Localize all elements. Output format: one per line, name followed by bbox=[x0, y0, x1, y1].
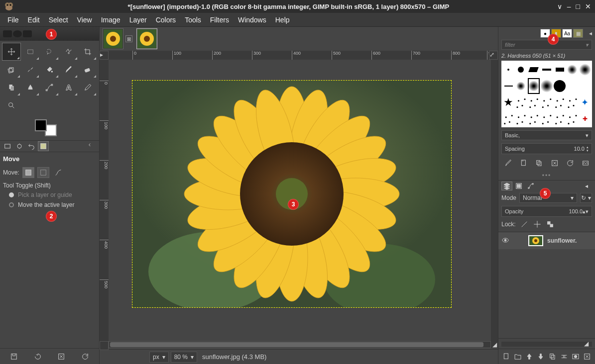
tool-paintbrush[interactable] bbox=[59, 61, 78, 79]
duplicate-layer-icon[interactable] bbox=[548, 352, 557, 361]
menu-colors[interactable]: Colors bbox=[151, 14, 180, 26]
mode-switch-icon[interactable]: ↻ ▾ bbox=[580, 193, 592, 203]
new-layer-icon[interactable] bbox=[502, 352, 511, 361]
brush-preset-dropdown[interactable]: Basic,▾ bbox=[501, 130, 592, 140]
tab-undo-history-icon[interactable] bbox=[26, 141, 37, 151]
menu-tools[interactable]: Tools bbox=[180, 14, 206, 26]
quick-mask-toggle[interactable] bbox=[100, 341, 109, 350]
radio-pick-layer[interactable]: Pick a layer or guide bbox=[3, 190, 96, 200]
tab-layers-icon[interactable] bbox=[501, 182, 512, 190]
tab-config-icon[interactable] bbox=[86, 141, 97, 151]
tool-text[interactable] bbox=[59, 79, 78, 96]
tool-bucket[interactable] bbox=[40, 61, 59, 79]
save-preset-icon[interactable] bbox=[9, 352, 19, 362]
horizontal-scrollbar[interactable] bbox=[109, 341, 491, 348]
show-menu-icon[interactable]: ∨ bbox=[557, 2, 562, 10]
dock-config-icon[interactable]: ◂ bbox=[589, 30, 592, 37]
tab-history-icon[interactable]: ▦ bbox=[573, 29, 583, 38]
tool-rect-select[interactable] bbox=[21, 43, 40, 61]
restore-preset-icon[interactable] bbox=[33, 352, 43, 362]
layer-visibility-icon[interactable] bbox=[501, 236, 510, 245]
spacing-spinner[interactable]: ▴▾ bbox=[587, 145, 589, 152]
tool-clone[interactable] bbox=[2, 79, 21, 96]
color-swatch[interactable] bbox=[0, 116, 99, 140]
image-tab-2[interactable] bbox=[136, 28, 157, 49]
raise-layer-icon[interactable] bbox=[525, 352, 534, 361]
opacity-spinner[interactable]: ▴▾ bbox=[583, 208, 589, 215]
image-tab-1-close[interactable]: ⊠ bbox=[125, 35, 132, 42]
radio-move-active[interactable]: Move the active layer bbox=[3, 200, 96, 210]
move-mode-selection[interactable] bbox=[37, 167, 49, 178]
edit-brush-icon[interactable] bbox=[503, 158, 513, 168]
tool-rotate[interactable] bbox=[2, 61, 21, 79]
mask-layer-icon[interactable] bbox=[571, 352, 580, 361]
layer-item[interactable]: sunflower. bbox=[498, 232, 595, 249]
reset-preset-icon[interactable] bbox=[80, 352, 90, 362]
close-icon[interactable]: ✕ bbox=[585, 2, 591, 10]
new-group-icon[interactable] bbox=[513, 352, 522, 361]
tool-free-select[interactable] bbox=[40, 43, 59, 61]
zoom-fit-icon[interactable]: ⤢ bbox=[489, 51, 498, 60]
menu-edit[interactable]: Edit bbox=[23, 14, 44, 26]
maximize-icon[interactable]: □ bbox=[576, 2, 580, 10]
minimize-icon[interactable]: – bbox=[567, 2, 571, 10]
layer-name[interactable]: sunflower. bbox=[547, 237, 577, 244]
brush-filter-input[interactable]: filter ▾ bbox=[501, 40, 592, 50]
zoom-dropdown[interactable]: 80 %▾ bbox=[171, 352, 197, 363]
tool-zoom[interactable] bbox=[2, 96, 21, 114]
tool-fuzzy-select[interactable] bbox=[59, 43, 78, 61]
lock-pixels-icon[interactable] bbox=[520, 220, 529, 229]
canvas[interactable] bbox=[109, 60, 491, 341]
lock-position-icon[interactable] bbox=[533, 220, 542, 229]
layer-opacity-input[interactable]: Opacity 100.0 ▴▾ bbox=[501, 206, 592, 217]
delete-brush-icon[interactable] bbox=[550, 158, 560, 168]
layer-scroll[interactable]: ◢ bbox=[501, 342, 592, 347]
tab-fonts-icon[interactable]: Aa bbox=[562, 29, 572, 38]
horizontal-ruler[interactable]: 0 100 200 300 400 500 600 700 800 900 bbox=[109, 51, 489, 60]
tab-device-status-icon[interactable] bbox=[14, 141, 25, 151]
tool-smudge[interactable] bbox=[21, 79, 40, 96]
tool-move[interactable] bbox=[2, 43, 21, 61]
delete-preset-icon[interactable] bbox=[56, 352, 66, 362]
tool-crop[interactable] bbox=[78, 43, 97, 61]
menu-view[interactable]: View bbox=[73, 14, 97, 26]
menu-layer[interactable]: Layer bbox=[125, 14, 151, 26]
layers-config-icon[interactable]: ◂ bbox=[581, 182, 592, 190]
move-mode-layer[interactable] bbox=[22, 167, 34, 178]
tab-tool-options-icon[interactable] bbox=[2, 141, 13, 151]
move-mode-path[interactable] bbox=[52, 167, 64, 178]
refresh-brushes-icon[interactable] bbox=[565, 158, 575, 168]
image-tab-1[interactable] bbox=[103, 28, 123, 49]
menu-file[interactable]: File bbox=[3, 14, 23, 26]
menu-image[interactable]: Image bbox=[97, 14, 125, 26]
tab-channels-icon[interactable] bbox=[513, 182, 524, 190]
menu-select[interactable]: Select bbox=[44, 14, 73, 26]
tab-paths-icon[interactable] bbox=[525, 182, 536, 190]
tool-color-picker[interactable] bbox=[78, 79, 97, 96]
dock-separator[interactable]: ••• bbox=[498, 171, 595, 180]
svg-point-17 bbox=[17, 144, 21, 148]
lock-alpha-icon[interactable] bbox=[546, 220, 555, 229]
lower-layer-icon[interactable] bbox=[536, 352, 545, 361]
brush-grid[interactable]: ★ ✦ ✚ bbox=[501, 61, 592, 127]
merge-layer-icon[interactable] bbox=[560, 352, 569, 361]
foreground-color[interactable] bbox=[35, 119, 47, 131]
svg-rect-68 bbox=[547, 222, 550, 224]
brush-spacing-input[interactable]: Spacing 10.0 ▴▾ bbox=[501, 143, 592, 154]
ruler-toggle[interactable]: ▸ bbox=[100, 51, 109, 60]
menu-help[interactable]: Help bbox=[271, 14, 294, 26]
duplicate-brush-icon[interactable] bbox=[534, 158, 544, 168]
menu-windows[interactable]: Windows bbox=[234, 14, 271, 26]
open-as-image-icon[interactable] bbox=[581, 158, 591, 168]
new-brush-icon[interactable] bbox=[519, 158, 529, 168]
tab-images-icon[interactable] bbox=[38, 141, 49, 151]
menu-filters[interactable]: Filters bbox=[206, 14, 234, 26]
tool-eraser[interactable] bbox=[78, 61, 97, 79]
delete-layer-icon[interactable] bbox=[583, 352, 592, 361]
tool-warp[interactable] bbox=[21, 61, 40, 79]
navigation-icon[interactable]: ◢ bbox=[491, 341, 498, 348]
unit-dropdown[interactable]: px▾ bbox=[149, 352, 169, 363]
vertical-ruler[interactable]: 0 100 200 300 400 500 bbox=[100, 60, 109, 341]
tool-path[interactable] bbox=[40, 79, 59, 96]
vertical-scrollbar[interactable] bbox=[491, 60, 498, 341]
